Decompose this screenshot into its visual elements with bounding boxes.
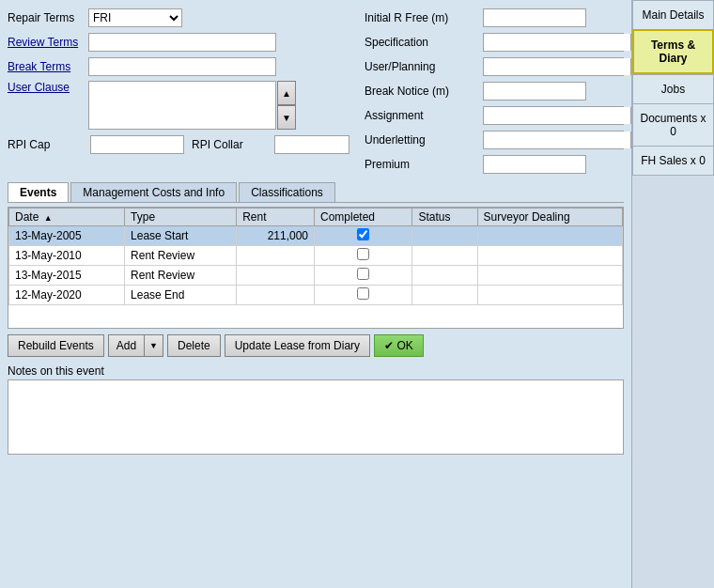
rebuild-events-button[interactable]: Rebuild Events bbox=[8, 334, 104, 357]
sidebar: Main Details Terms & Diary Jobs Document… bbox=[631, 0, 714, 588]
tab-events[interactable]: Events bbox=[8, 182, 69, 202]
bottom-bar: Rebuild Events Add ▼ Delete Update Lease… bbox=[8, 334, 624, 357]
initial-r-free-input[interactable] bbox=[483, 8, 586, 27]
cell-surveyor bbox=[477, 246, 622, 266]
ok-label: OK bbox=[396, 339, 412, 352]
tab-management[interactable]: Management Costs and Info bbox=[70, 182, 237, 202]
specification-label: Specification bbox=[365, 36, 477, 49]
delete-button[interactable]: Delete bbox=[167, 334, 221, 357]
sidebar-fh-sales[interactable]: FH Sales x 0 bbox=[632, 146, 714, 176]
cell-surveyor bbox=[477, 286, 622, 305]
cell-rent: 211,000 bbox=[237, 226, 315, 246]
cell-type: Lease End bbox=[125, 286, 237, 305]
col-completed[interactable]: Completed bbox=[315, 209, 412, 226]
cell-rent bbox=[237, 266, 315, 286]
cell-rent bbox=[237, 246, 315, 266]
sidebar-documents[interactable]: Documents x 0 bbox=[632, 103, 714, 146]
user-clause-label[interactable]: User Clause bbox=[8, 81, 83, 94]
add-dropdown-btn[interactable]: ▼ bbox=[144, 334, 163, 357]
repair-terms-label: Repair Terms bbox=[8, 11, 83, 24]
ok-checkmark: ✔ bbox=[384, 339, 394, 352]
cell-completed bbox=[315, 226, 412, 246]
tab-classifications[interactable]: Classifications bbox=[239, 182, 335, 202]
col-status[interactable]: Status bbox=[412, 209, 477, 226]
user-clause-textarea[interactable] bbox=[88, 81, 276, 130]
cell-type: Rent Review bbox=[125, 246, 237, 266]
underletting-input[interactable] bbox=[484, 132, 630, 148]
assignment-input[interactable] bbox=[484, 107, 630, 124]
add-button[interactable]: Add bbox=[108, 334, 144, 357]
sort-arrow-date: ▲ bbox=[44, 213, 53, 223]
user-planning-label: User/Planning bbox=[365, 60, 477, 73]
sidebar-jobs[interactable]: Jobs bbox=[632, 74, 714, 103]
cell-date: 12-May-2020 bbox=[9, 286, 125, 305]
initial-r-free-label: Initial R Free (m) bbox=[365, 11, 477, 24]
table-row[interactable]: 12-May-2020Lease End bbox=[9, 286, 623, 305]
repair-terms-select[interactable]: FRI bbox=[88, 8, 182, 27]
completed-checkbox[interactable] bbox=[357, 248, 369, 260]
completed-checkbox[interactable] bbox=[357, 287, 369, 300]
underletting-label: Underletting bbox=[365, 133, 477, 147]
cell-status bbox=[412, 246, 477, 266]
break-notice-label: Break Notice (m) bbox=[365, 85, 477, 98]
table-row[interactable]: 13-May-2010Rent Review bbox=[9, 246, 623, 266]
cell-status bbox=[412, 266, 477, 286]
table-row[interactable]: 13-May-2005Lease Start211,000 bbox=[9, 226, 623, 246]
tabs-bar: Events Management Costs and Info Classif… bbox=[8, 182, 624, 203]
sidebar-terms-diary[interactable]: Terms & Diary bbox=[632, 29, 714, 74]
cell-date: 13-May-2010 bbox=[9, 246, 125, 266]
premium-label: Premium bbox=[365, 158, 477, 171]
assignment-label: Assignment bbox=[365, 109, 477, 122]
cell-type: Lease Start bbox=[125, 226, 237, 246]
premium-input[interactable] bbox=[483, 155, 586, 174]
sidebar-main-details[interactable]: Main Details bbox=[632, 0, 714, 29]
cell-status bbox=[412, 286, 477, 305]
cell-completed bbox=[315, 246, 412, 266]
break-terms-input[interactable] bbox=[88, 57, 276, 76]
cell-surveyor bbox=[477, 226, 622, 246]
events-table: Date ▲ Type Rent Completed Status Survey… bbox=[8, 208, 623, 305]
cell-type: Rent Review bbox=[125, 266, 237, 286]
break-notice-input[interactable] bbox=[483, 82, 586, 101]
add-group: Add ▼ bbox=[108, 334, 163, 357]
review-terms-label[interactable]: Review Terms bbox=[8, 36, 83, 49]
cell-rent bbox=[237, 286, 315, 305]
col-type[interactable]: Type bbox=[125, 209, 237, 226]
user-clause-scroll-down[interactable]: ▼ bbox=[277, 105, 296, 130]
update-lease-button[interactable]: Update Lease from Diary bbox=[225, 334, 370, 357]
cell-completed bbox=[315, 266, 412, 286]
review-terms-input[interactable] bbox=[88, 33, 276, 52]
cell-date: 13-May-2015 bbox=[9, 266, 125, 286]
user-clause-scroll-up[interactable]: ▲ bbox=[277, 81, 296, 105]
notes-label: Notes on this event bbox=[8, 364, 624, 378]
cell-surveyor bbox=[477, 266, 622, 286]
specification-input[interactable] bbox=[484, 34, 630, 51]
rpi-cap-input[interactable] bbox=[90, 135, 184, 154]
table-row[interactable]: 13-May-2015Rent Review bbox=[9, 266, 623, 286]
events-table-container: Date ▲ Type Rent Completed Status Survey… bbox=[8, 207, 624, 329]
user-planning-input[interactable] bbox=[484, 58, 630, 75]
notes-section: Notes on this event bbox=[8, 364, 624, 457]
ok-button[interactable]: ✔ OK bbox=[374, 334, 424, 357]
col-surveyor[interactable]: Surveyor Dealing bbox=[477, 209, 622, 226]
cell-status bbox=[412, 226, 477, 246]
break-terms-label[interactable]: Break Terms bbox=[8, 60, 83, 73]
rpi-collar-label: RPI Collar bbox=[192, 138, 267, 151]
rpi-collar-input[interactable] bbox=[274, 135, 349, 154]
completed-checkbox[interactable] bbox=[357, 228, 369, 240]
col-date[interactable]: Date ▲ bbox=[9, 209, 125, 226]
cell-completed bbox=[315, 286, 412, 305]
rpi-cap-label: RPI Cap bbox=[8, 138, 83, 151]
col-rent[interactable]: Rent bbox=[237, 209, 315, 226]
completed-checkbox[interactable] bbox=[357, 268, 369, 280]
notes-textarea[interactable] bbox=[8, 379, 624, 455]
cell-date: 13-May-2005 bbox=[9, 226, 125, 246]
